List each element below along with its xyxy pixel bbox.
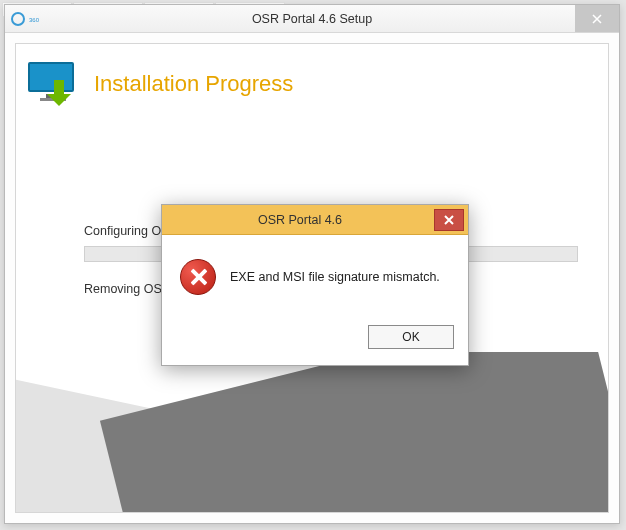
setup-titlebar[interactable]: OSR Portal 4.6 Setup (5, 5, 619, 33)
error-dialog-body: EXE and MSI file signature mismatch. (162, 235, 468, 315)
error-dialog-titlebar[interactable]: OSR Portal 4.6 (162, 205, 468, 235)
error-dialog-close-button[interactable] (434, 209, 464, 231)
app-icon (11, 12, 25, 26)
close-icon (592, 14, 602, 24)
setup-close-button[interactable] (575, 5, 619, 32)
error-dialog-footer: OK (162, 315, 468, 365)
error-message: EXE and MSI file signature mismatch. (230, 270, 440, 284)
error-icon (180, 259, 216, 295)
installer-icon (28, 62, 78, 106)
error-dialog-title: OSR Portal 4.6 (162, 213, 438, 227)
page-title: Installation Progress (94, 71, 293, 97)
error-dialog: OSR Portal 4.6 EXE and MSI file signatur… (161, 204, 469, 366)
ok-button[interactable]: OK (368, 325, 454, 349)
setup-window-title: OSR Portal 4.6 Setup (5, 12, 619, 26)
footer-decoration (16, 352, 608, 512)
close-icon (444, 215, 454, 225)
header-row: Installation Progress (16, 44, 608, 114)
